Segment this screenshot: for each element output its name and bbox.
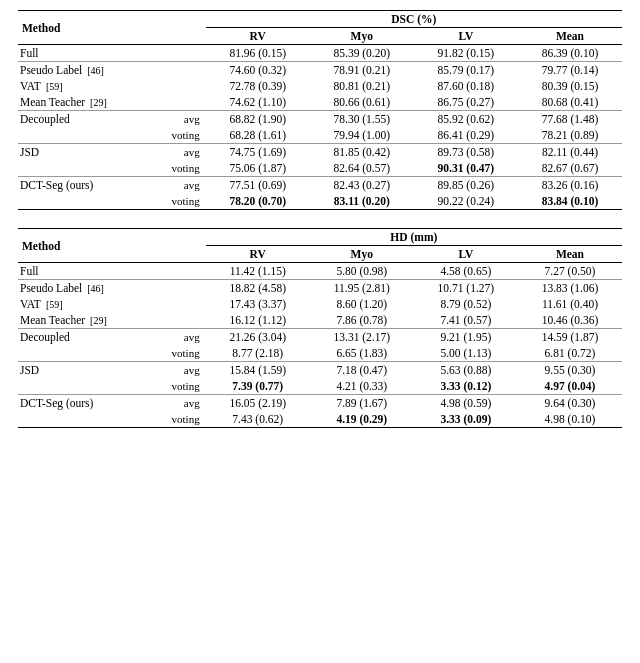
myo-cell: 5.80 (0.98) — [310, 263, 414, 280]
myo-cell: 82.43 (0.27) — [310, 177, 414, 194]
lv-cell: 9.21 (1.95) — [414, 329, 518, 346]
mean-cell: 82.11 (0.44) — [518, 144, 622, 161]
page-content: Method DSC (%) RV Myo LV Mean Full81.96 … — [18, 10, 622, 428]
lv-cell: 5.63 (0.88) — [414, 362, 518, 379]
table-row: voting8.77 (2.18)6.65 (1.83)5.00 (1.13)6… — [18, 345, 622, 362]
lv-cell: 3.33 (0.09) — [414, 411, 518, 428]
mean-cell: 10.46 (0.36) — [518, 312, 622, 329]
method-header: Method — [18, 11, 168, 45]
myo-cell: 80.81 (0.21) — [310, 78, 414, 94]
rv-cell: 21.26 (3.04) — [206, 329, 310, 346]
lv-cell: 8.79 (0.52) — [414, 296, 518, 312]
sub-cell: avg — [168, 111, 206, 128]
table-row: DCT-Seg (ours)avg77.51 (0.69)82.43 (0.27… — [18, 177, 622, 194]
lv-cell: 3.33 (0.12) — [414, 378, 518, 395]
table-row: Mean Teacher [29]74.62 (1.10)80.66 (0.61… — [18, 94, 622, 111]
table-row: JSDavg74.75 (1.69)81.85 (0.42)89.73 (0.5… — [18, 144, 622, 161]
sub-cell: voting — [168, 193, 206, 210]
method-cell — [18, 160, 168, 177]
sub-cell — [168, 78, 206, 94]
method-cell — [18, 193, 168, 210]
mean-col-header-hd: Mean — [518, 246, 622, 263]
sub-cell — [168, 263, 206, 280]
mean-cell: 83.84 (0.10) — [518, 193, 622, 210]
method-cell — [18, 127, 168, 144]
table-row: Pseudo Label [46]18.82 (4.58)11.95 (2.81… — [18, 280, 622, 297]
rv-cell: 74.60 (0.32) — [206, 62, 310, 79]
lv-cell: 4.58 (0.65) — [414, 263, 518, 280]
sub-cell — [168, 62, 206, 79]
hd-table-container: Method HD (mm) RV Myo LV Mean Full11.42 … — [18, 228, 622, 428]
table-row: voting78.20 (0.70)83.11 (0.20)90.22 (0.2… — [18, 193, 622, 210]
lv-col-header-hd: LV — [414, 246, 518, 263]
table-row: DCT-Seg (ours)avg16.05 (2.19)7.89 (1.67)… — [18, 395, 622, 412]
mean-cell: 82.67 (0.67) — [518, 160, 622, 177]
lv-cell: 90.31 (0.47) — [414, 160, 518, 177]
method-cell: Decoupled — [18, 329, 168, 346]
method-cell: Pseudo Label [46] — [18, 280, 168, 297]
dsc-top-header-row: Method DSC (%) — [18, 11, 622, 28]
sub-cell: avg — [168, 144, 206, 161]
table-row: Full81.96 (0.15)85.39 (0.20)91.82 (0.15)… — [18, 45, 622, 62]
lv-cell: 10.71 (1.27) — [414, 280, 518, 297]
table-row: Decoupledavg21.26 (3.04)13.31 (2.17)9.21… — [18, 329, 622, 346]
myo-col-header: Myo — [310, 28, 414, 45]
mean-cell: 80.68 (0.41) — [518, 94, 622, 111]
hd-group-header: HD (mm) — [206, 229, 622, 246]
table-row: voting7.43 (0.62)4.19 (0.29)3.33 (0.09)4… — [18, 411, 622, 428]
lv-cell: 90.22 (0.24) — [414, 193, 518, 210]
dsc-table: Method DSC (%) RV Myo LV Mean Full81.96 … — [18, 10, 622, 210]
dsc-table-container: Method DSC (%) RV Myo LV Mean Full81.96 … — [18, 10, 622, 210]
sub-cell — [168, 45, 206, 62]
method-cell — [18, 345, 168, 362]
sub-cell: avg — [168, 395, 206, 412]
lv-cell: 85.79 (0.17) — [414, 62, 518, 79]
method-cell: JSD — [18, 144, 168, 161]
myo-cell: 83.11 (0.20) — [310, 193, 414, 210]
myo-col-header-hd: Myo — [310, 246, 414, 263]
method-cell: Mean Teacher [29] — [18, 312, 168, 329]
sub-cell: voting — [168, 378, 206, 395]
method-cell: VAT [59] — [18, 296, 168, 312]
mean-cell: 6.81 (0.72) — [518, 345, 622, 362]
sub-cell: avg — [168, 362, 206, 379]
myo-cell: 7.18 (0.47) — [310, 362, 414, 379]
method-cell: Decoupled — [18, 111, 168, 128]
method-cell: VAT [59] — [18, 78, 168, 94]
dsc-group-header: DSC (%) — [206, 11, 622, 28]
mean-cell: 4.97 (0.04) — [518, 378, 622, 395]
lv-cell: 91.82 (0.15) — [414, 45, 518, 62]
hd-table: Method HD (mm) RV Myo LV Mean Full11.42 … — [18, 228, 622, 428]
table-row: VAT [59]17.43 (3.37)8.60 (1.20)8.79 (0.5… — [18, 296, 622, 312]
myo-cell: 4.21 (0.33) — [310, 378, 414, 395]
lv-cell: 7.41 (0.57) — [414, 312, 518, 329]
mean-cell: 14.59 (1.87) — [518, 329, 622, 346]
lv-cell: 89.85 (0.26) — [414, 177, 518, 194]
rv-cell: 16.12 (1.12) — [206, 312, 310, 329]
myo-cell: 11.95 (2.81) — [310, 280, 414, 297]
myo-cell: 7.89 (1.67) — [310, 395, 414, 412]
rv-cell: 8.77 (2.18) — [206, 345, 310, 362]
rv-cell: 17.43 (3.37) — [206, 296, 310, 312]
myo-cell: 79.94 (1.00) — [310, 127, 414, 144]
myo-cell: 85.39 (0.20) — [310, 45, 414, 62]
mean-cell: 77.68 (1.48) — [518, 111, 622, 128]
mean-cell: 9.64 (0.30) — [518, 395, 622, 412]
rv-cell: 11.42 (1.15) — [206, 263, 310, 280]
myo-cell: 8.60 (1.20) — [310, 296, 414, 312]
myo-cell: 80.66 (0.61) — [310, 94, 414, 111]
sub-header-spacer — [168, 11, 206, 45]
mean-cell: 11.61 (0.40) — [518, 296, 622, 312]
myo-cell: 78.30 (1.55) — [310, 111, 414, 128]
method-header-hd: Method — [18, 229, 168, 263]
table-row: voting68.28 (1.61)79.94 (1.00)86.41 (0.2… — [18, 127, 622, 144]
rv-cell: 18.82 (4.58) — [206, 280, 310, 297]
method-cell: JSD — [18, 362, 168, 379]
rv-col-header-hd: RV — [206, 246, 310, 263]
method-cell: DCT-Seg (ours) — [18, 177, 168, 194]
rv-cell: 68.82 (1.90) — [206, 111, 310, 128]
method-cell — [18, 378, 168, 395]
mean-col-header: Mean — [518, 28, 622, 45]
lv-col-header: LV — [414, 28, 518, 45]
method-cell: Full — [18, 263, 168, 280]
